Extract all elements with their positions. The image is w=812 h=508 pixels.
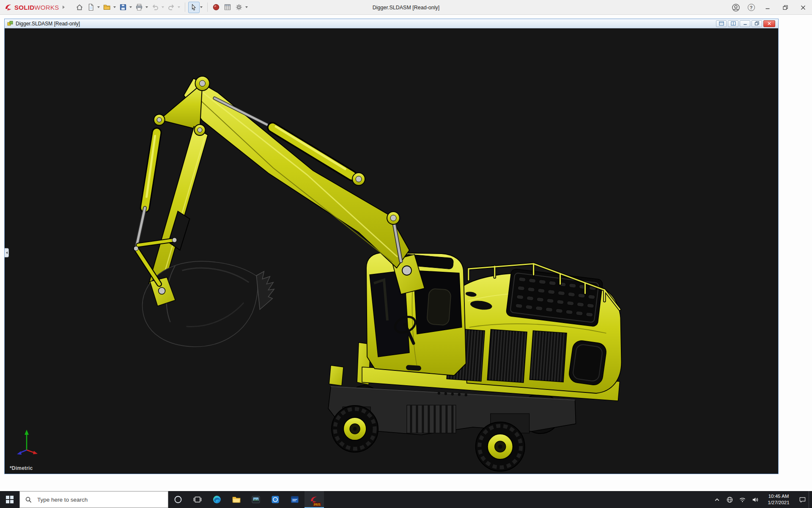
new-document-button[interactable]: [85, 2, 97, 13]
minimize-button[interactable]: [759, 0, 776, 15]
close-button[interactable]: [794, 0, 812, 15]
taskbar: 2021 10:45 AM 1/27/2021: [0, 491, 812, 508]
brand-text-solid: SOLID: [14, 4, 34, 11]
bucket-teeth: [256, 271, 274, 309]
cortana-icon: [173, 495, 183, 504]
quick-access-toolbar: [74, 2, 250, 13]
boom-head-plate: [159, 83, 203, 130]
doc-minimize-icon: [743, 21, 748, 26]
edge-icon: [212, 495, 222, 504]
view-orientation-label: *Dimetric: [10, 465, 33, 471]
account-icon: [732, 3, 740, 12]
doc-minimize-button[interactable]: [740, 20, 750, 27]
undo-dropdown-arrow-icon[interactable]: [162, 6, 164, 8]
taskbar-spacer: [324, 491, 710, 508]
select-dropdown-arrow-icon[interactable]: [200, 6, 203, 8]
home-button[interactable]: [74, 2, 85, 13]
collapse-arrow-icon: [6, 251, 8, 254]
print-button[interactable]: [134, 2, 145, 13]
action-center-button[interactable]: [796, 491, 809, 508]
tray-chevron-button[interactable]: [710, 491, 723, 508]
select-cursor-icon: [190, 3, 198, 11]
redo-icon: [167, 3, 175, 11]
chevron-up-icon: [713, 496, 721, 503]
orientation-triad: [11, 426, 41, 456]
volume-button[interactable]: [749, 491, 761, 508]
wheel-front-left: [332, 406, 378, 452]
restore-button[interactable]: [776, 0, 794, 15]
solidworks-version-badge: 2021: [313, 502, 321, 506]
select-tool-button[interactable]: [188, 2, 200, 13]
help-button[interactable]: ?: [743, 0, 759, 15]
save-button[interactable]: [118, 2, 129, 13]
photos-icon: [251, 495, 261, 504]
feature-pane-flyout[interactable]: [5, 248, 9, 257]
account-button[interactable]: [728, 0, 743, 15]
task-view-icon: [193, 495, 202, 504]
solidworks-taskbar-button[interactable]: 2021: [304, 491, 324, 508]
save-dropdown-arrow-icon[interactable]: [129, 6, 132, 8]
minimize-icon: [765, 5, 770, 10]
open-dropdown-arrow-icon[interactable]: [113, 6, 116, 8]
app-button-1[interactable]: [266, 491, 285, 508]
file-explorer-icon: [232, 495, 241, 504]
clock-time: 10:45 AM: [768, 493, 789, 500]
design-table-button[interactable]: [222, 2, 233, 13]
open-folder-icon: [103, 3, 111, 11]
options-dropdown-arrow-icon[interactable]: [245, 6, 248, 8]
cortana-button[interactable]: [168, 491, 188, 508]
wifi-icon: [739, 496, 746, 503]
search-input[interactable]: [36, 491, 168, 508]
file-explorer-button[interactable]: [227, 491, 246, 508]
toolbar-separator: [185, 3, 185, 12]
taskbar-clock[interactable]: 10:45 AM 1/27/2021: [761, 491, 796, 508]
toolbar-separator-2: [207, 3, 208, 12]
redo-dropdown-arrow-icon[interactable]: [178, 6, 180, 8]
search-icon: [25, 496, 32, 503]
new-dropdown-arrow-icon[interactable]: [97, 6, 100, 8]
options-button[interactable]: [233, 2, 245, 13]
titlebar-right-controls: ?: [728, 0, 812, 15]
document-app-icon: [290, 495, 299, 504]
app-button-2[interactable]: [285, 491, 304, 508]
help-icon: ?: [748, 4, 755, 11]
bucket: [143, 261, 274, 347]
close-icon: [801, 5, 806, 10]
network-button[interactable]: [723, 491, 736, 508]
redo-button[interactable]: [166, 2, 177, 13]
print-dropdown-arrow-icon[interactable]: [145, 6, 148, 8]
photos-button[interactable]: [246, 491, 266, 508]
start-button[interactable]: [0, 491, 19, 508]
wifi-button[interactable]: [736, 491, 749, 508]
new-document-icon: [87, 3, 95, 11]
graphics-area[interactable]: *Dimetric: [5, 28, 778, 474]
document-title: Digger.SLDASM [Read-only]: [16, 21, 80, 27]
doc-layout-button-2[interactable]: [728, 20, 738, 27]
table-icon: [224, 3, 231, 11]
taskbar-search[interactable]: [19, 491, 168, 508]
network-icon: [726, 496, 733, 503]
solidworks-logo: SOLIDWORKS: [0, 3, 67, 11]
document-window-controls: [716, 20, 776, 27]
open-button[interactable]: [102, 2, 113, 13]
restore-icon: [783, 5, 788, 10]
brand-text-works: WORKS: [34, 4, 59, 11]
appearances-button[interactable]: [211, 2, 222, 13]
app-titlebar: SOLIDWORKS: [0, 0, 812, 15]
doc-close-button[interactable]: [763, 20, 775, 27]
boom: [184, 78, 409, 268]
edge-button[interactable]: [207, 491, 227, 508]
show-desktop-button[interactable]: [809, 491, 812, 508]
solidworks-logo-icon: [4, 3, 13, 11]
doc-restore-icon: [754, 21, 760, 26]
windows-logo-icon: [6, 496, 14, 503]
volume-icon: [752, 496, 759, 503]
doc-layout-button-1[interactable]: [716, 20, 727, 27]
undo-button[interactable]: [150, 2, 161, 13]
excavator-model: [5, 28, 778, 474]
doc-restore-button[interactable]: [752, 20, 762, 27]
document-titlebar[interactable]: Digger.SLDASM [Read-only]: [5, 19, 778, 28]
window-split-icon: [731, 21, 736, 26]
brand-expand-icon[interactable]: [63, 6, 65, 9]
task-view-button[interactable]: [188, 491, 207, 508]
